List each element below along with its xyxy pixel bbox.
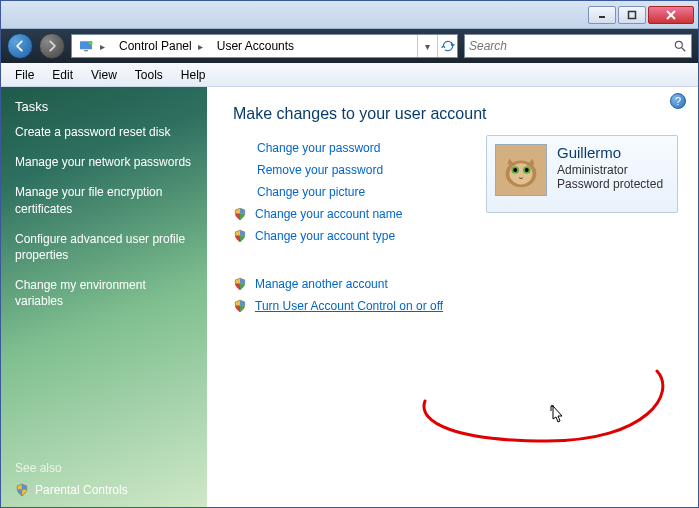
parental-controls-label: Parental Controls: [35, 483, 128, 497]
user-role: Administrator: [557, 163, 663, 177]
menu-help[interactable]: Help: [173, 66, 214, 84]
close-button[interactable]: [648, 6, 694, 24]
back-button[interactable]: [7, 33, 33, 59]
svg-point-7: [675, 41, 682, 48]
annotation-circle: [407, 363, 687, 453]
sidebar: Tasks Create a password reset disk Manag…: [1, 87, 207, 507]
breadcrumb-control-panel[interactable]: Control Panel ▸: [113, 35, 211, 57]
account-link[interactable]: Change your account type: [255, 229, 395, 243]
svg-line-8: [682, 48, 686, 52]
account-link[interactable]: Change your password: [257, 141, 380, 155]
breadcrumb-label: Control Panel: [119, 39, 192, 53]
user-name: Guillermo: [557, 144, 663, 161]
shield-icon: [233, 299, 247, 313]
link-row: Turn User Account Control on or off: [233, 299, 678, 313]
task-change-env-variables[interactable]: Change my environment variables: [15, 277, 193, 309]
svg-point-14: [513, 168, 517, 172]
search-icon: [673, 39, 687, 53]
address-dropdown-button[interactable]: ▾: [417, 35, 437, 57]
maximize-button[interactable]: [618, 6, 646, 24]
help-button[interactable]: ?: [670, 93, 686, 109]
user-picture: [495, 144, 547, 196]
breadcrumb-label: User Accounts: [217, 39, 294, 53]
breadcrumb-user-accounts[interactable]: User Accounts: [211, 35, 300, 57]
chevron-right-icon: ▸: [98, 41, 107, 52]
user-info: Guillermo Administrator Password protect…: [557, 144, 663, 191]
user-card: Guillermo Administrator Password protect…: [486, 135, 678, 213]
account-links-group-2: Manage another accountTurn User Account …: [233, 277, 678, 313]
task-configure-profile-properties[interactable]: Configure advanced user profile properti…: [15, 231, 193, 263]
page-title: Make changes to your user account: [233, 105, 678, 123]
shield-icon: [15, 483, 29, 497]
address-bar[interactable]: ▸ Control Panel ▸ User Accounts ▾: [71, 34, 458, 58]
content: ? Make changes to your user account Chan…: [207, 87, 698, 507]
svg-point-6: [89, 41, 93, 45]
search-box[interactable]: [464, 34, 692, 58]
mouse-cursor: [547, 404, 567, 428]
link-row: Change your account type: [233, 229, 678, 243]
shield-icon: [233, 207, 247, 221]
task-create-password-reset-disk[interactable]: Create a password reset disk: [15, 124, 193, 140]
shield-icon: [233, 277, 247, 291]
chevron-right-icon: ▸: [196, 41, 205, 52]
menu-edit[interactable]: Edit: [44, 66, 81, 84]
window: ▸ Control Panel ▸ User Accounts ▾ File E…: [0, 0, 699, 508]
menu-view[interactable]: View: [83, 66, 125, 84]
svg-point-11: [509, 163, 532, 184]
svg-rect-5: [84, 50, 88, 51]
task-manage-network-passwords[interactable]: Manage your network passwords: [15, 154, 193, 170]
parental-controls-link[interactable]: Parental Controls: [15, 483, 193, 497]
menu-bar: File Edit View Tools Help: [1, 63, 698, 87]
account-link[interactable]: Change your picture: [257, 185, 365, 199]
svg-rect-1: [629, 11, 636, 18]
minimize-button[interactable]: [588, 6, 616, 24]
account-link[interactable]: Turn User Account Control on or off: [255, 299, 443, 313]
see-also-heading: See also: [15, 461, 193, 475]
svg-point-15: [525, 168, 529, 172]
user-status: Password protected: [557, 177, 663, 191]
account-link[interactable]: Manage another account: [255, 277, 388, 291]
account-link[interactable]: Change your account name: [255, 207, 402, 221]
refresh-button[interactable]: [437, 35, 457, 57]
account-link[interactable]: Remove your password: [257, 163, 383, 177]
menu-file[interactable]: File: [7, 66, 42, 84]
navbar: ▸ Control Panel ▸ User Accounts ▾: [1, 29, 698, 63]
breadcrumb-root-icon[interactable]: ▸: [72, 35, 113, 57]
tasks-heading: Tasks: [15, 99, 193, 114]
forward-button[interactable]: [39, 33, 65, 59]
search-input[interactable]: [469, 39, 673, 53]
task-manage-encryption-certs[interactable]: Manage your file encryption certificates: [15, 184, 193, 216]
link-row: Manage another account: [233, 277, 678, 291]
shield-icon: [233, 229, 247, 243]
body: Tasks Create a password reset disk Manag…: [1, 87, 698, 507]
menu-tools[interactable]: Tools: [127, 66, 171, 84]
titlebar: [1, 1, 698, 29]
